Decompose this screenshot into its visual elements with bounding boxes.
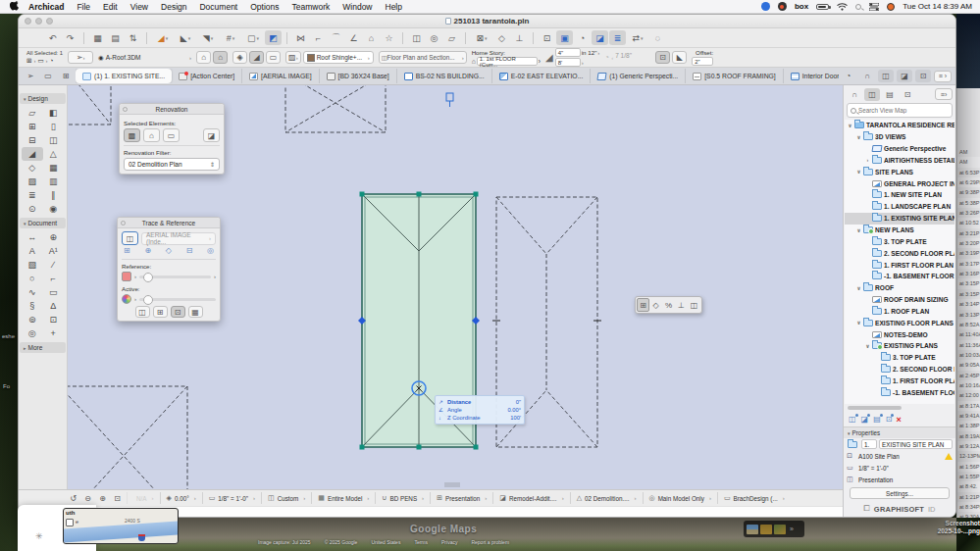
wifi-icon[interactable] [837, 2, 848, 12]
zoom-control-icon[interactable]: ⊕ [95, 494, 110, 503]
screen-record-icon[interactable] [778, 2, 787, 11]
tool-button[interactable]: ∕ [43, 258, 65, 272]
tool-button[interactable]: ⊞ [22, 120, 43, 133]
method-pivot-button[interactable]: ◈ [232, 51, 247, 64]
view-tab[interactable]: E-02 EAST ELEVATIO... [492, 69, 592, 83]
tool-button[interactable]: △ [43, 147, 65, 161]
active-color-swatch[interactable] [122, 294, 131, 304]
quick-option[interactable]: ◪Remodel-Addit.... [492, 492, 569, 504]
open-renovation-settings-button[interactable]: ◪ [203, 128, 220, 142]
tree-item[interactable]: ROOF DRAIN SIZING [845, 294, 954, 306]
drawing-area[interactable]: ↗Distance0" ∠Angle0.00° ↓Z Coordinate100… [68, 85, 843, 489]
toolbox-section-more[interactable]: More [20, 342, 66, 353]
tracker-value[interactable]: 0" [516, 399, 521, 405]
zoom-control-icon[interactable]: ⊡ [110, 494, 125, 503]
toolbar-icon[interactable]: ◇ [493, 30, 510, 45]
expander-icon[interactable] [864, 157, 871, 163]
horizontal-scrollbar[interactable] [848, 405, 952, 411]
tree-item[interactable]: TARANTOLA RESIDENCE REMO [845, 120, 954, 131]
toolbar-icon[interactable]: ⇄ [627, 30, 648, 45]
attribution-item[interactable]: © 2025 Google [325, 539, 358, 545]
menu-item[interactable]: Archicad [28, 2, 64, 12]
expander-icon[interactable] [855, 285, 862, 291]
quick-option[interactable]: ◎Main Model Only [643, 492, 717, 504]
search-input[interactable] [858, 107, 949, 114]
toolbar-icon[interactable]: ▦ [89, 30, 106, 45]
tree-item[interactable]: 3. TOP PLATE [845, 352, 954, 364]
navigator-map-button[interactable]: ▤ [882, 88, 898, 101]
view-tab[interactable]: Interior Door Schedul... [784, 69, 839, 83]
menu-item[interactable]: Edit [103, 2, 118, 12]
tree-item[interactable]: 3. TOP PLATE [845, 235, 954, 247]
tool-button[interactable]: § [22, 299, 43, 313]
tool-button[interactable]: ◫ [43, 133, 65, 147]
maps-minimap[interactable]: uth e 2400 S [63, 508, 179, 544]
toolbar-icon[interactable]: ⊥ [511, 30, 528, 45]
toolbar-icon[interactable]: ⌂ [363, 30, 380, 45]
toolbar-icon[interactable] [465, 32, 466, 44]
tree-item[interactable]: SITE PLANS [845, 166, 954, 177]
tab-group-3-icon[interactable]: ⊡ [915, 70, 931, 82]
layer-thumbnail[interactable] [747, 525, 758, 534]
view-tab[interactable]: [BD 36X24 Base] [320, 69, 397, 83]
pet-palette-button[interactable]: ◫ [688, 298, 700, 312]
quick-option[interactable]: △02 Demolition.... [570, 492, 643, 504]
toolbar-icon[interactable]: ↷ [62, 30, 78, 45]
toolbox-section-document[interactable]: Document [20, 218, 66, 228]
active-opacity-slider[interactable] [139, 298, 216, 301]
window-switch-icon[interactable]: ⧠ [863, 504, 869, 514]
reference-color-swatch[interactable] [122, 272, 131, 281]
renovation-filter-select[interactable]: 02 Demolition Plan⇕ [124, 158, 220, 171]
pet-palette-button[interactable]: ⊥ [675, 298, 688, 312]
tool-button[interactable]: ○ [22, 272, 43, 285]
pitch-field[interactable]: 4" [555, 48, 581, 57]
tree-item[interactable]: NOTES-DEMO [845, 328, 954, 340]
title-bar[interactable]: 251013 tarantola.pln [19, 15, 955, 28]
layer-thumbnail[interactable] [760, 525, 772, 534]
fill-pattern-button[interactable]: ▨› [285, 51, 301, 64]
tracker-value[interactable]: 0.00° [507, 407, 521, 413]
tree-item[interactable]: 1. EXISTING SITE PLAN [845, 213, 954, 225]
quick-option[interactable]: ▭BrachDesign (... [717, 492, 791, 504]
fascia-height-field[interactable]: 8' [555, 58, 581, 67]
toolbar-icon[interactable]: ◢ [152, 30, 174, 45]
toolbar-icon[interactable]: ☆ [381, 30, 397, 45]
menu-item[interactable]: Design [161, 2, 186, 12]
tree-item[interactable]: ROOF [845, 282, 954, 294]
toolbar-icon[interactable]: ◪ [592, 30, 608, 45]
toolbar-icon[interactable]: ▱ [443, 30, 460, 45]
view-tab[interactable]: [S0.5 ROOF FRAMING] [686, 69, 784, 83]
trace-toggle-button[interactable]: ◫ [122, 231, 138, 245]
tool-button[interactable]: ◧ [43, 106, 65, 120]
tool-button[interactable]: ⊕ [43, 230, 65, 244]
quick-option[interactable]: ◫Custom [261, 492, 311, 504]
renovation-status-button[interactable]: ⌂ [143, 128, 160, 142]
settings-dialog-button[interactable]: ⊞› [26, 56, 35, 66]
trace-action-icon[interactable]: ◎ [207, 246, 214, 255]
tree-item[interactable]: 1. FIRST FLOOR PLAN [845, 376, 954, 387]
method-flat-button[interactable]: ▭ [266, 51, 281, 64]
toolbar-icon[interactable]: ⌐ [310, 30, 327, 45]
view-tab[interactable]: [Action Center] [172, 69, 242, 83]
trace-view-button[interactable]: ⊡ [171, 306, 185, 318]
view-tab[interactable]: (1) 1. EXISTING SITE... [76, 69, 172, 83]
view-tab[interactable]: BS-02 NS BUILDING... [397, 69, 492, 83]
tool-button[interactable]: ↔ [22, 230, 43, 244]
toolbar-icon[interactable]: ◣ [175, 30, 196, 45]
geometry-rectangle-button[interactable]: ⌂ [213, 51, 228, 64]
zoom-control-icon[interactable]: ⊖ [80, 494, 95, 503]
reference-opacity-slider[interactable] [139, 276, 211, 278]
toolbar-icon[interactable]: ∠ [345, 30, 362, 45]
tree-item[interactable]: 1. LANDSCAPE PLAN [845, 201, 954, 213]
tool-button[interactable]: ⌐ [43, 272, 65, 285]
expander-icon[interactable] [855, 169, 862, 175]
method-slope-button[interactable]: ◢ [249, 51, 264, 64]
tree-item[interactable]: EXISTING PLANS [845, 340, 954, 352]
onedrive-icon[interactable] [887, 3, 895, 11]
quick-option[interactable]: ∪BD PENS [375, 492, 430, 504]
offset-all-button[interactable]: ⊡ [655, 51, 670, 64]
trace-view-button[interactable]: ▦ [188, 306, 203, 318]
recent-views-icon[interactable]: ◔ [841, 70, 856, 82]
toolbar-icon[interactable]: ▤ [107, 30, 124, 45]
surface-field[interactable]: Roof Shingle+...› [303, 51, 374, 64]
